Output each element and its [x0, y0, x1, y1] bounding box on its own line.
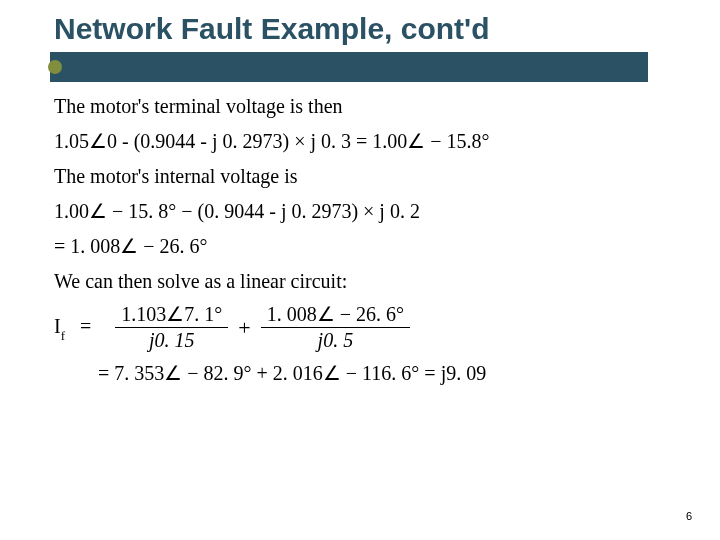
fraction-1-num: 1.103∠7. 1° [115, 302, 228, 327]
plus-icon: + [238, 312, 250, 344]
equation-3a: If = 1.103∠7. 1° j0. 15 + 1. 008∠ − 26. … [54, 302, 660, 353]
equation-3b: = 7. 353∠ − 82. 9° + 2. 016∠ − 116. 6° =… [54, 359, 660, 388]
slide-title: Network Fault Example, cont'd [54, 12, 700, 46]
eq3b-text: = 7. 353∠ − 82. 9° + 2. 016∠ − 116. 6° =… [98, 362, 486, 384]
eq2b-text: = 1. 008∠ − 26. 6° [54, 235, 208, 257]
content-area: The motor's terminal voltage is then 1.0… [54, 92, 660, 394]
eq1-text: 1.05∠0 - (0.9044 - j 0. 2973) × j 0. 3 =… [54, 130, 490, 152]
slide: Network Fault Example, cont'd The motor'… [0, 0, 720, 540]
if-label: I [54, 315, 61, 337]
eq2a-text: 1.00∠ − 15. 8° − (0. 9044 - j 0. 2973) ×… [54, 200, 420, 222]
equation-2a: 1.00∠ − 15. 8° − (0. 9044 - j 0. 2973) ×… [54, 197, 660, 226]
fraction-1-den: j0. 15 [143, 328, 201, 353]
fraction-2-den: j0. 5 [312, 328, 360, 353]
bullet-icon [48, 60, 62, 74]
equation-2b: = 1. 008∠ − 26. 6° [54, 232, 660, 261]
fraction-2-num: 1. 008∠ − 26. 6° [261, 302, 410, 327]
equation-1: 1.05∠0 - (0.9044 - j 0. 2973) × j 0. 3 =… [54, 127, 660, 156]
text-line-1: The motor's terminal voltage is then [54, 92, 660, 121]
fraction-1: 1.103∠7. 1° j0. 15 [115, 302, 228, 353]
if-subscript: f [61, 328, 65, 343]
text-line-3: We can then solve as a linear circuit: [54, 267, 660, 296]
fraction-2: 1. 008∠ − 26. 6° j0. 5 [261, 302, 410, 353]
accent-bar [50, 52, 648, 82]
page-number: 6 [686, 510, 692, 522]
text-line-2: The motor's internal voltage is [54, 162, 660, 191]
if-symbol: If = [54, 312, 91, 344]
